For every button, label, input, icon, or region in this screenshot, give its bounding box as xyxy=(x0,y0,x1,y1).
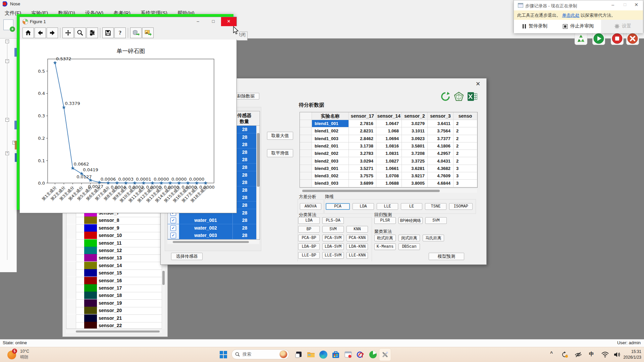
figure-canvas[interactable]: 单一碎石图0.00.10.20.30.40.5第1主成分第2主成分第3主成分第4… xyxy=(20,40,236,213)
sensor-row[interactable]: sensor_16 xyxy=(66,277,162,285)
refresh-data-button[interactable] xyxy=(440,91,451,103)
tree-expand-box[interactable]: + xyxy=(5,152,9,155)
table-value-cell[interactable]: 3.2783 xyxy=(349,150,376,157)
taskbar-edge-icon[interactable] xyxy=(319,350,328,359)
sensor-row[interactable]: sensor_9 xyxy=(66,224,162,232)
tree-expand-box[interactable]: − xyxy=(5,118,9,122)
tree-expand-box[interactable]: − xyxy=(5,59,9,63)
table-column-header[interactable]: sensor_17 xyxy=(349,112,376,120)
help-button[interactable]: ? xyxy=(114,27,126,38)
algo-button-lda-knn[interactable]: LDA-KNN xyxy=(346,243,368,250)
refresh-recycle-button[interactable] xyxy=(575,32,587,45)
algo-button-svm[interactable]: SVM xyxy=(322,226,344,233)
close-app-button[interactable] xyxy=(626,32,639,45)
experiment-name-cell[interactable]: blend1_001 xyxy=(312,120,349,127)
tray-clock[interactable]: 15:31 2026/1/23 xyxy=(624,349,641,360)
table-value-cell[interactable]: 3.6899 xyxy=(349,180,376,187)
experiment-row[interactable]: ✓water_00128 xyxy=(168,217,256,224)
experiment-name-cell[interactable]: blend3_001 xyxy=(312,165,349,172)
table-row-header[interactable] xyxy=(300,165,312,172)
algo-button-bp[interactable]: BP xyxy=(298,226,320,233)
table-value-cell[interactable]: 3.9217 xyxy=(402,172,428,180)
table-value-cell[interactable]: 1.0688 xyxy=(376,180,402,187)
algo-button-pca-bp[interactable]: PCA-BP xyxy=(298,235,320,241)
dim-button-lda[interactable]: LDA xyxy=(353,203,374,210)
table-row-header[interactable] xyxy=(300,135,312,142)
table-row-header[interactable] xyxy=(300,158,312,165)
table-row-header[interactable] xyxy=(300,127,312,135)
sensor-row[interactable]: sensor_19 xyxy=(66,299,162,307)
tray-sync-icon[interactable] xyxy=(561,350,569,359)
algo-button-马氏距离[interactable]: 马氏距离 xyxy=(423,235,444,241)
maximize-button[interactable]: □ xyxy=(206,17,221,26)
start-run-button[interactable] xyxy=(592,32,605,45)
algo-button-lda-svm[interactable]: LDA-SVM xyxy=(322,243,344,250)
taskbar-store-icon[interactable] xyxy=(331,350,340,359)
stop-record-button[interactable] xyxy=(611,32,624,45)
table-value-cell[interactable]: 3 xyxy=(453,180,477,187)
table-row-header[interactable] xyxy=(300,172,312,180)
taskbar-desktops-icon[interactable] xyxy=(294,350,303,359)
tree-expand-box[interactable]: − xyxy=(5,40,9,43)
dim-button-le[interactable]: LE xyxy=(401,203,422,210)
stop-and-review-button[interactable]: 停止并审阅 xyxy=(570,23,594,29)
table-value-cell[interactable]: 3.0294 xyxy=(349,158,376,165)
taskbar-active-app[interactable] xyxy=(379,348,391,361)
reg-button-plsr[interactable]: PLSR xyxy=(374,217,396,224)
select-sensor-button[interactable]: 选择传感器 xyxy=(171,253,203,260)
experiment-row[interactable]: ✓water_00228 xyxy=(168,224,256,232)
table-column-header[interactable]: sensor_14 xyxy=(376,112,402,120)
table-row-header[interactable] xyxy=(300,180,312,187)
table-value-cell[interactable]: 2.7816 xyxy=(349,120,376,127)
reg-button-bp神经网络[interactable]: BP神经网络 xyxy=(398,217,423,224)
table-value-cell[interactable]: 3.5271 xyxy=(349,165,376,172)
table-value-cell[interactable]: 1.0708 xyxy=(376,172,402,180)
algo-button-欧式距离[interactable]: 欧式距离 xyxy=(374,235,396,241)
table-value-cell[interactable]: 2.8231 xyxy=(349,127,376,135)
scrollbar-thumb[interactable] xyxy=(257,133,260,187)
table-value-cell[interactable]: 3.7564 xyxy=(428,127,453,135)
experiment-name-cell[interactable]: blend1_003 xyxy=(312,135,349,142)
start-button[interactable] xyxy=(219,350,228,359)
taskbar-recorder-icon[interactable] xyxy=(343,350,353,359)
table-value-cell[interactable]: 3.6281 xyxy=(402,165,428,172)
sensor-row[interactable]: sensor_22 xyxy=(66,322,162,329)
table-value-cell[interactable]: 1.0661 xyxy=(376,165,402,172)
taskbar-explorer-icon[interactable] xyxy=(306,350,316,359)
table-value-cell[interactable]: 1.0694 xyxy=(376,135,402,142)
table-value-cell[interactable]: 3.7208 xyxy=(402,150,428,157)
figure-close-button[interactable]: ✕ xyxy=(221,17,236,26)
scrollbar-thumb[interactable] xyxy=(173,241,249,243)
weather-widget[interactable]: 5 xyxy=(7,349,18,360)
table-value-cell[interactable]: 4.3682 xyxy=(428,165,453,172)
table-value-cell[interactable]: 2 xyxy=(453,150,477,157)
experiment-name-cell[interactable]: blend3_002 xyxy=(312,172,349,180)
algo-button-lle-bp[interactable]: LLE-BP xyxy=(298,252,320,259)
row-checkbox[interactable]: ✓ xyxy=(170,225,176,231)
table-value-cell[interactable]: 4.6844 xyxy=(428,180,453,187)
table-column-header[interactable]: 实验名称 xyxy=(312,112,349,120)
dim-button-tsne[interactable]: TSNE xyxy=(425,203,446,210)
configure-subplots-button[interactable] xyxy=(87,27,98,38)
table-value-cell[interactable]: 3.1738 xyxy=(349,142,376,150)
algo-button-lda-bp[interactable]: LDA-BP xyxy=(298,243,320,250)
table-value-cell[interactable]: 3.0923 xyxy=(402,135,428,142)
table-value-cell[interactable]: 1.068 xyxy=(376,127,402,135)
algo-button-dbscan[interactable]: DBScan xyxy=(398,243,420,250)
table-value-cell[interactable]: 3.0279 xyxy=(402,120,428,127)
tray-wifi-icon[interactable] xyxy=(601,350,609,359)
sensor-row[interactable]: sensor_15 xyxy=(66,269,162,277)
dim-button-lle[interactable]: LLE xyxy=(377,203,398,210)
table-column-header[interactable]: sensor_2 xyxy=(402,112,428,120)
algo-button-lda[interactable]: LDA xyxy=(298,217,320,224)
algo-button-knn[interactable]: KNN xyxy=(346,226,368,233)
table-value-cell[interactable]: 2 xyxy=(453,135,477,142)
experiment-name-cell[interactable]: blend2_001 xyxy=(312,142,349,150)
table-value-cell[interactable]: 1.0831 xyxy=(376,150,402,157)
export-data-button[interactable] xyxy=(130,27,142,38)
table-value-cell[interactable]: 1.0827 xyxy=(376,158,402,165)
sensor-row[interactable]: sensor_12 xyxy=(66,247,162,255)
table-value-cell[interactable]: 3.7575 xyxy=(349,172,376,180)
table-value-cell[interactable]: 4.1806 xyxy=(428,142,453,150)
sensor-row[interactable]: sensor_17 xyxy=(66,284,162,292)
